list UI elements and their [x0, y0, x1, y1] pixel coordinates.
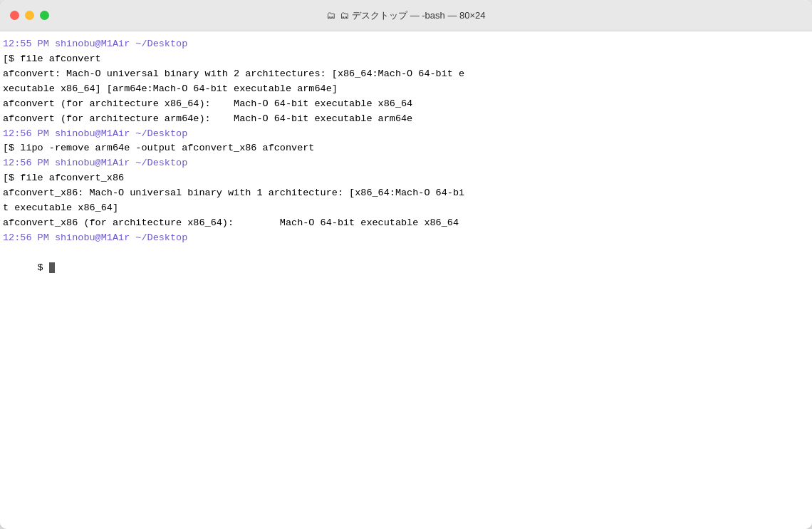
title-text: 🗂 デスクトップ — -bash — 80×24: [340, 9, 485, 22]
maximize-button[interactable]: [40, 11, 49, 20]
output-line-6: t executable x86_64]: [3, 201, 809, 216]
window-controls: [10, 11, 49, 20]
prompt-line-1: 12:55 PM shinobu@M1Air ~/Desktop: [3, 37, 809, 52]
output-line-3: afconvert (for architecture x86_64): Mac…: [3, 97, 809, 112]
command-line-2: [$ lipo -remove arm64e -output afconvert…: [3, 141, 809, 156]
cursor-prompt-text: $: [38, 262, 49, 273]
command-line-1: [$ file afconvert: [3, 52, 809, 67]
output-line-2: xecutable x86_64] [arm64e:Mach-O 64-bit …: [3, 82, 809, 97]
prompt-line-4: 12:56 PM shinobu@M1Air ~/Desktop: [3, 231, 809, 246]
minimize-button[interactable]: [25, 11, 34, 20]
cursor: [49, 262, 55, 273]
output-line-4: afconvert (for architecture arm64e): Mac…: [3, 112, 809, 127]
prompt-line-3: 12:56 PM shinobu@M1Air ~/Desktop: [3, 156, 809, 171]
output-line-7: afconvert_x86 (for architecture x86_64):…: [3, 216, 809, 231]
terminal-window: 🗂 🗂 デスクトップ — -bash — 80×24 12:55 PM shin…: [0, 0, 812, 529]
close-button[interactable]: [10, 11, 19, 20]
window-title: 🗂 🗂 デスクトップ — -bash — 80×24: [326, 9, 485, 22]
output-line-5: afconvert_x86: Mach-O universal binary w…: [3, 186, 809, 201]
titlebar: 🗂 🗂 デスクトップ — -bash — 80×24: [0, 0, 812, 31]
command-line-3: [$ file afconvert_x86: [3, 171, 809, 186]
title-icon: 🗂: [326, 10, 335, 21]
terminal-body[interactable]: 12:55 PM shinobu@M1Air ~/Desktop [$ file…: [0, 31, 812, 529]
output-line-1: afconvert: Mach-O universal binary with …: [3, 67, 809, 82]
prompt-line-2: 12:56 PM shinobu@M1Air ~/Desktop: [3, 127, 809, 142]
cursor-line: $: [3, 246, 809, 291]
